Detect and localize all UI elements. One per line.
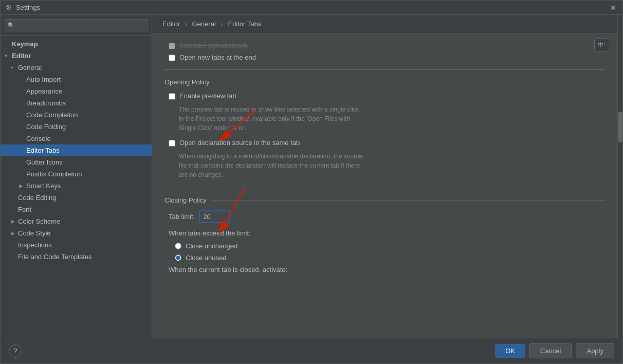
close-unchanged-radio[interactable] [175,243,181,249]
search-box: 🔍 [1,15,152,36]
search-wrapper: 🔍 [5,19,148,31]
sidebar-item-label: Font [18,206,31,213]
when-current-tab-label: When the current tab is closed, activate… [164,266,605,274]
settings-dialog: ⚙ Settings ✕ 🔍 Keymap ▾ Editor [0,0,623,364]
scrollbar-thumb[interactable] [618,112,622,142]
sidebar-item-breadcrumbs[interactable]: Breadcrumbs [1,97,152,109]
sidebar-item-label: Code Editing [18,194,56,202]
sidebar: 🔍 Keymap ▾ Editor ▾ General [1,15,152,338]
tab-limit-input[interactable]: 20 [199,210,230,223]
sidebar-item-appearance[interactable]: Appearance [1,85,152,97]
open-new-tabs-label[interactable]: Open new tabs at the end [179,53,256,61]
sidebar-item-smart-keys[interactable]: ▶ Smart Keys [1,180,152,192]
sidebar-item-keymap[interactable]: Keymap [1,38,152,50]
sort-tabs-checkbox[interactable] [169,43,175,49]
sidebar-item-gutter-icons[interactable]: Gutter Icons [1,156,152,168]
sidebar-item-label: Editor [12,52,31,60]
open-declaration-description: When navigating to a method/class/variab… [164,152,605,179]
search-input[interactable] [5,19,148,31]
title-bar: ⚙ Settings ✕ [1,1,622,15]
sidebar-item-code-folding[interactable]: Code Folding [1,121,152,133]
sidebar-item-label: File and Code Templates [18,253,92,261]
sidebar-item-postfix-completion[interactable]: Postfix Completion [1,168,152,180]
help-button[interactable]: ? [9,344,22,358]
close-unchanged-row: Close unchanged [175,242,605,250]
open-new-tabs-row: Open new tabs at the end [164,53,605,61]
breadcrumb-sep-1: › [185,20,187,28]
sidebar-item-label: Code Folding [26,123,66,131]
expand-icon: ▶ [19,183,24,189]
sidebar-item-label: Code Completion [26,111,78,119]
when-tabs-exceed-label: When tabs exceed the limit: [164,229,605,237]
expand-icon: ▾ [5,53,10,59]
close-unchanged-label[interactable]: Close unchanged [186,242,237,250]
enable-preview-description: The preview tab is reused to show files … [164,105,605,133]
close-button[interactable]: ✕ [608,4,618,12]
enable-preview-tab-row: Enable preview tab [164,92,605,100]
window-title: Settings [16,4,608,11]
bottom-bar: ? OK Cancel Apply [1,338,622,363]
sidebar-item-color-scheme[interactable]: ▶ Color Scheme [1,215,152,227]
expand-icon: ▾ [11,65,16,70]
tab-limit-label: Tab limit: [169,213,195,221]
close-unused-label[interactable]: Close unused [186,254,227,262]
breadcrumb-sep-2: › [221,20,223,28]
apply-button[interactable]: Apply [576,343,614,358]
open-declaration-label[interactable]: Open declaration source in the same tab [179,139,300,147]
radio-group-tabs: Close unchanged Close unused [164,242,605,262]
sidebar-item-code-style[interactable]: ▶ Code Style [1,227,152,239]
sidebar-item-label: Auto Import [26,76,61,83]
sidebar-item-label: Color Scheme [18,217,60,225]
sidebar-item-label: Gutter Icons [26,158,63,166]
enable-preview-label[interactable]: Enable preview tab [179,92,236,100]
expand-icon: ▶ [11,219,16,224]
open-declaration-row: Open declaration source in the same tab [164,139,605,147]
sidebar-item-console[interactable]: Console [1,133,152,144]
sidebar-item-general[interactable]: ▾ General [1,62,152,74]
sidebar-item-label: Console [26,135,51,142]
breadcrumb-part-general: General [192,20,216,28]
divider-1 [164,69,605,70]
sidebar-item-label: Postfix Completion [26,170,82,178]
sort-tabs-label[interactable]: Sort tabs alphabetically [179,42,248,49]
closing-policy-label: Closing Policy [164,196,605,204]
sidebar-item-auto-import[interactable]: Auto Import [1,74,152,85]
ok-button[interactable]: OK [495,344,525,358]
sidebar-item-label: General [18,64,42,71]
sidebar-item-font[interactable]: Font [1,204,152,215]
divider-2 [164,188,605,188]
breadcrumb-part-editor: Editor [162,20,180,28]
sidebar-item-label: Smart Keys [26,182,61,190]
cancel-button[interactable]: Cancel [529,343,572,358]
sidebar-item-label: Appearance [26,87,62,95]
sidebar-item-code-editing[interactable]: Code Editing [1,192,152,204]
sidebar-item-label: Inspections [18,241,52,249]
sidebar-item-label: Code Style [18,229,51,237]
open-declaration-checkbox[interactable] [169,140,175,147]
opening-policy-label: Opening Policy [164,78,605,86]
sidebar-item-label: Keymap [12,40,38,48]
sidebar-item-label: Breadcrumbs [26,99,66,107]
sidebar-tree: Keymap ▾ Editor ▾ General Auto Import Ap… [1,36,152,338]
close-unused-radio[interactable] [175,254,181,261]
expand-icon: ▶ [11,230,16,236]
settings-icon: ⚙ [5,4,13,12]
search-icon: 🔍 [8,22,15,29]
breadcrumb: Editor › General › Editor Tabs [152,15,617,33]
sidebar-item-editor-tabs[interactable]: Editor Tabs [1,144,152,156]
main-scrollbar[interactable] [617,15,622,338]
sort-tabs-row: Sort tabs alphabetically [164,42,605,49]
sidebar-item-inspections[interactable]: Inspections [1,239,152,251]
sidebar-item-label: Editor Tabs [26,147,60,154]
open-new-tabs-checkbox[interactable] [169,54,175,61]
enable-preview-checkbox[interactable] [169,93,175,100]
content-area: 中⁺ Sort tabs alphabetically Open new tab… [152,33,617,338]
main-content: Editor › General › Editor Tabs 中⁺ Sort t… [152,15,617,338]
sidebar-item-editor[interactable]: ▾ Editor [1,50,152,62]
close-unused-row: Close unused [175,254,605,262]
breadcrumb-part-editor-tabs: Editor Tabs [228,20,261,28]
sidebar-item-code-completion[interactable]: Code Completion [1,109,152,121]
tab-limit-row: Tab limit: 20 [164,210,605,223]
sidebar-item-file-code-templates[interactable]: File and Code Templates [1,251,152,263]
dialog-body: 🔍 Keymap ▾ Editor ▾ General [1,15,622,338]
